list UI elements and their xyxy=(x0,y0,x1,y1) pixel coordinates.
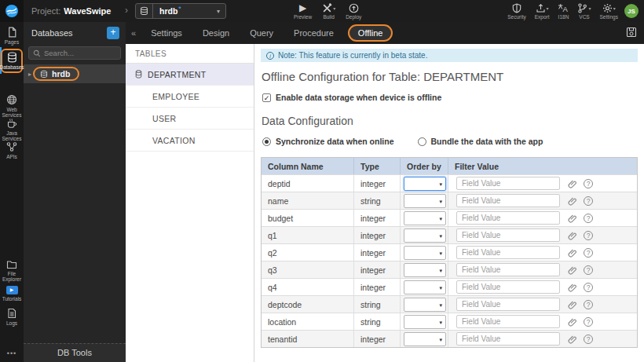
sidebar-item-databases[interactable]: Databases xyxy=(1,49,23,73)
expander-icon[interactable]: ▸ xyxy=(28,71,31,78)
beta-note-banner: i Note: This feature is currently in bet… xyxy=(261,49,638,62)
filter-value-input[interactable] xyxy=(456,194,560,207)
settings-gear-icon xyxy=(602,3,613,13)
paperclip-icon[interactable] xyxy=(568,231,577,240)
chevron-down-icon: ▾ xyxy=(439,199,442,205)
tab-settings[interactable]: Settings xyxy=(151,28,182,38)
sidebar-item-file-explorer[interactable]: File Explorer xyxy=(0,260,24,282)
user-avatar[interactable]: JS xyxy=(624,4,639,18)
vcs-button[interactable]: ▾ VCS xyxy=(577,2,591,20)
help-icon[interactable]: ? xyxy=(584,248,593,258)
enable-offline-checkbox[interactable]: ✓ xyxy=(262,93,271,102)
security-button[interactable]: Security xyxy=(507,2,525,20)
security-shield-icon xyxy=(512,3,521,13)
build-button[interactable]: ▾ Build xyxy=(322,2,335,20)
order-by-select[interactable]: ▾ xyxy=(404,194,446,208)
sidebar-item-pages[interactable]: Pages xyxy=(0,27,24,45)
table-item-department[interactable]: DEPARTMENT xyxy=(126,64,254,86)
help-icon[interactable]: ? xyxy=(584,300,593,309)
tab-design[interactable]: Design xyxy=(203,28,229,38)
sidebar-item-apis[interactable]: APIs xyxy=(0,141,24,159)
help-icon[interactable]: ? xyxy=(584,283,593,292)
db-tools-button[interactable]: DB Tools xyxy=(24,343,126,362)
filter-value-input[interactable] xyxy=(456,332,560,346)
deploy-button[interactable]: Deploy xyxy=(346,2,361,20)
settings-button[interactable]: ▾ Settings xyxy=(600,2,619,20)
paperclip-icon[interactable] xyxy=(568,300,577,309)
tab-offline[interactable]: Offline xyxy=(348,24,393,42)
column-name-cell: budget xyxy=(262,210,354,226)
i18n-button[interactable]: A I18N xyxy=(558,2,569,20)
filter-value-input[interactable] xyxy=(456,280,560,294)
help-icon[interactable]: ? xyxy=(584,214,593,223)
wavemaker-logo[interactable] xyxy=(0,0,24,22)
sidebar-item-web-services[interactable]: Web Services xyxy=(0,94,24,118)
filter-value-input[interactable] xyxy=(456,211,560,225)
help-icon[interactable]: ? xyxy=(584,179,593,188)
search-input[interactable] xyxy=(44,49,116,57)
paperclip-icon[interactable] xyxy=(568,248,577,258)
export-button[interactable]: ▾ Export xyxy=(535,2,550,20)
database-tree-item-hrdb[interactable]: ▸ hrdb xyxy=(24,64,126,83)
database-selector-dropdown[interactable]: hrdb * ▾ xyxy=(135,3,226,19)
paperclip-icon[interactable] xyxy=(568,265,577,275)
order-by-select[interactable]: ▾ xyxy=(404,229,446,243)
radio-bundle-with-app[interactable]: Bundle the data with the app xyxy=(418,137,543,146)
sidebar-more-button[interactable]: ••• xyxy=(0,349,24,357)
column-type-cell: string xyxy=(354,296,401,313)
table-item-vacation[interactable]: VACATION xyxy=(126,130,254,152)
order-by-select[interactable]: ▾ xyxy=(404,315,446,329)
radio-icon xyxy=(418,137,426,146)
chevron-down-icon: ▾ xyxy=(439,320,442,326)
table-item-user[interactable]: USER xyxy=(126,108,254,130)
sidebar-item-logs[interactable]: Logs xyxy=(0,308,24,326)
tab-query[interactable]: Query xyxy=(250,28,273,38)
paperclip-icon[interactable] xyxy=(568,196,577,206)
filter-value-input[interactable] xyxy=(456,263,560,276)
filter-value-input[interactable] xyxy=(456,298,560,311)
left-icon-sidebar: Pages Databases Web Services Java Servic… xyxy=(0,22,24,362)
filter-value-input[interactable] xyxy=(456,177,560,190)
chevron-down-icon: ▾ xyxy=(613,5,616,11)
export-icon xyxy=(536,3,546,13)
sidebar-item-tutorials[interactable]: ▶ Tutorials xyxy=(0,286,24,302)
column-name-cell: deptid xyxy=(262,175,354,192)
database-icon xyxy=(136,4,153,18)
collapse-panel-icon[interactable]: « xyxy=(131,28,136,38)
help-icon[interactable]: ? xyxy=(584,196,593,206)
save-database-button[interactable] xyxy=(626,27,637,38)
tab-procedure[interactable]: Procedure xyxy=(294,28,334,38)
preview-button[interactable]: ▶ Preview xyxy=(294,2,312,20)
order-by-select[interactable]: ▾ xyxy=(404,298,446,312)
offline-columns-table: Column Name Type Order by Filter Value d… xyxy=(261,157,638,348)
table-item-employee[interactable]: EMPLOYEE xyxy=(126,86,254,108)
help-icon[interactable]: ? xyxy=(584,231,593,240)
paperclip-icon[interactable] xyxy=(568,283,577,292)
order-by-select[interactable]: ▾ xyxy=(404,332,446,346)
filter-value-input[interactable] xyxy=(456,246,560,259)
add-database-button[interactable]: + xyxy=(107,27,119,39)
paperclip-icon[interactable] xyxy=(568,335,577,344)
column-type-cell: integer xyxy=(354,331,401,347)
order-by-select[interactable]: ▾ xyxy=(404,211,446,225)
paperclip-icon[interactable] xyxy=(568,179,577,188)
paperclip-icon[interactable] xyxy=(568,214,577,223)
radio-synchronize-online[interactable]: Synchronize data when online xyxy=(262,137,394,146)
preview-icon: ▶ xyxy=(299,3,306,13)
database-search[interactable] xyxy=(28,46,121,60)
help-icon[interactable]: ? xyxy=(584,335,593,344)
column-type-cell: string xyxy=(354,192,401,209)
order-by-select[interactable]: ▾ xyxy=(404,280,446,294)
help-icon[interactable]: ? xyxy=(584,265,593,275)
help-icon[interactable]: ? xyxy=(584,317,593,327)
sidebar-item-java-services[interactable]: Java Services xyxy=(0,118,24,141)
table-row: deptcode string ▾ ? xyxy=(262,295,637,313)
paperclip-icon[interactable] xyxy=(568,317,577,327)
order-by-select[interactable]: ▾ xyxy=(404,263,446,277)
order-by-select[interactable]: ▾ xyxy=(404,246,446,260)
order-by-select[interactable]: ▾ xyxy=(404,177,446,191)
hrdb-highlight: hrdb xyxy=(33,67,79,81)
filter-value-input[interactable] xyxy=(456,315,560,328)
filter-value-input[interactable] xyxy=(456,229,560,242)
databases-panel: Databases + ▸ hrdb DB Tools xyxy=(24,22,126,362)
